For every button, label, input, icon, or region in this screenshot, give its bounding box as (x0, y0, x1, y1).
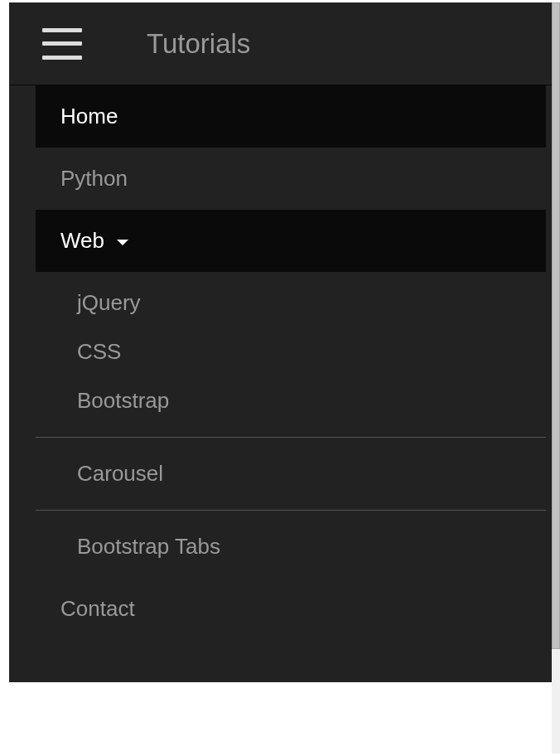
navbar-header: Tutorials (9, 2, 553, 85)
dropdown-divider (36, 510, 546, 511)
dropdown-item-bootstrap: Bootstrap (36, 376, 546, 425)
dropdown-menu-web: jQuery CSS Bootstrap Carousel Bootstrap … (36, 272, 546, 578)
nav-menu: Home Python Web jQuery CSS (9, 85, 553, 640)
dropdown-link-bootstrap-tabs[interactable]: Bootstrap Tabs (36, 522, 546, 571)
nav-link-contact[interactable]: Contact (36, 578, 546, 640)
dropdown-link-css[interactable]: CSS (36, 327, 546, 376)
caret-down-icon (117, 240, 128, 245)
nav-item-python: Python (36, 148, 546, 210)
dropdown-link-jquery[interactable]: jQuery (36, 279, 546, 327)
hamburger-bar (42, 41, 82, 46)
nav-link-web[interactable]: Web (36, 210, 546, 272)
brand-title[interactable]: Tutorials (147, 28, 250, 60)
nav-item-home: Home (36, 85, 546, 148)
nav-link-python[interactable]: Python (36, 148, 546, 210)
nav-item-web: Web jQuery CSS Bootstrap Carousel (36, 210, 546, 578)
scrollbar-thumb[interactable] (552, 2, 560, 649)
nav-item-contact: Contact (36, 578, 546, 640)
viewport: Tutorials Home Python Web jQuery (0, 0, 560, 756)
dropdown-item-jquery: jQuery (36, 279, 546, 327)
dropdown-item-css: CSS (36, 327, 546, 376)
dropdown-link-bootstrap[interactable]: Bootstrap (36, 376, 546, 425)
dropdown-link-carousel[interactable]: Carousel (36, 449, 546, 498)
nav-link-home[interactable]: Home (36, 85, 546, 148)
app-container: Tutorials Home Python Web jQuery (9, 2, 553, 682)
hamburger-bar (42, 28, 82, 32)
dropdown-divider (36, 437, 546, 438)
dropdown-item-carousel: Carousel (36, 449, 546, 498)
nav-link-web-label: Web (60, 228, 104, 253)
dropdown-item-bootstrap-tabs: Bootstrap Tabs (36, 522, 546, 571)
hamburger-bar (42, 56, 82, 60)
hamburger-menu-icon[interactable] (42, 28, 82, 60)
